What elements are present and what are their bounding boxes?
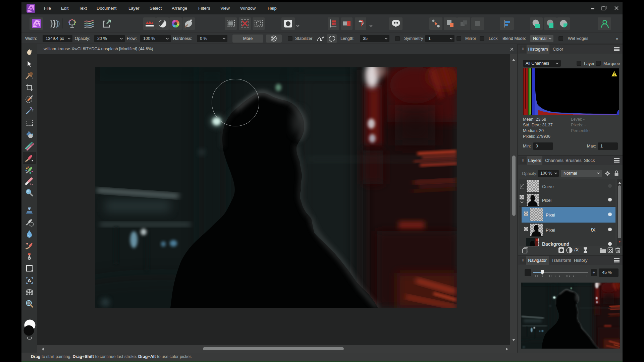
svg-text:A: A	[28, 278, 31, 283]
